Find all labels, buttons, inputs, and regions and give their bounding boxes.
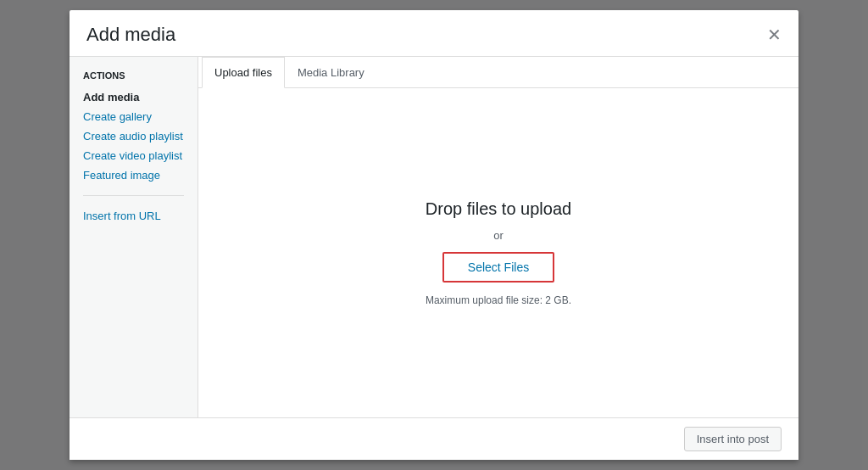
max-size-text: Maximum upload file size: 2 GB. xyxy=(426,294,571,306)
sidebar-item-insert-from-url[interactable]: Insert from URL xyxy=(70,206,198,226)
select-files-button[interactable]: Select Files xyxy=(442,252,554,283)
sidebar-item-featured-image[interactable]: Featured image xyxy=(70,165,198,185)
sidebar: Actions Add media Create gallery Create … xyxy=(70,57,198,417)
tabs-bar: Upload files Media Library xyxy=(198,57,798,88)
drop-files-text: Drop files to upload xyxy=(426,199,571,219)
sidebar-section-title: Actions xyxy=(70,70,198,87)
modal: Add media ✕ Actions Add media Create gal… xyxy=(70,10,798,460)
sidebar-item-create-audio-playlist[interactable]: Create audio playlist xyxy=(70,126,198,146)
modal-header: Add media ✕ xyxy=(70,10,798,57)
modal-title: Add media xyxy=(86,24,175,46)
or-text: or xyxy=(493,229,504,242)
tab-media-library[interactable]: Media Library xyxy=(285,57,377,88)
sidebar-item-create-video-playlist[interactable]: Create video playlist xyxy=(70,146,198,165)
insert-into-post-button[interactable]: Insert into post xyxy=(684,427,782,451)
sidebar-item-create-gallery[interactable]: Create gallery xyxy=(70,107,198,126)
modal-overlay: Add media ✕ Actions Add media Create gal… xyxy=(0,0,868,470)
upload-area: Drop files to upload or Select Files Max… xyxy=(198,88,798,417)
close-button[interactable]: ✕ xyxy=(767,26,782,43)
main-content: Upload files Media Library Drop files to… xyxy=(198,57,798,417)
modal-footer: Insert into post xyxy=(70,417,798,460)
modal-body: Actions Add media Create gallery Create … xyxy=(70,57,798,417)
tab-upload-files[interactable]: Upload files xyxy=(202,57,285,88)
sidebar-current-item: Add media xyxy=(70,87,198,107)
sidebar-divider xyxy=(83,195,184,196)
